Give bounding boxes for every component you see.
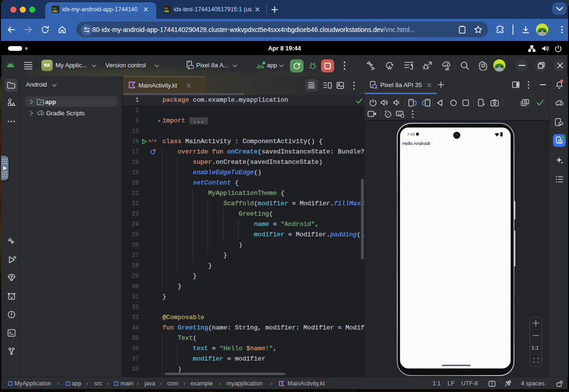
svg-text:VNC: VNC bbox=[164, 10, 169, 13]
svg-text:VNC: VNC bbox=[53, 10, 58, 13]
svg-text:A: A bbox=[388, 65, 391, 71]
